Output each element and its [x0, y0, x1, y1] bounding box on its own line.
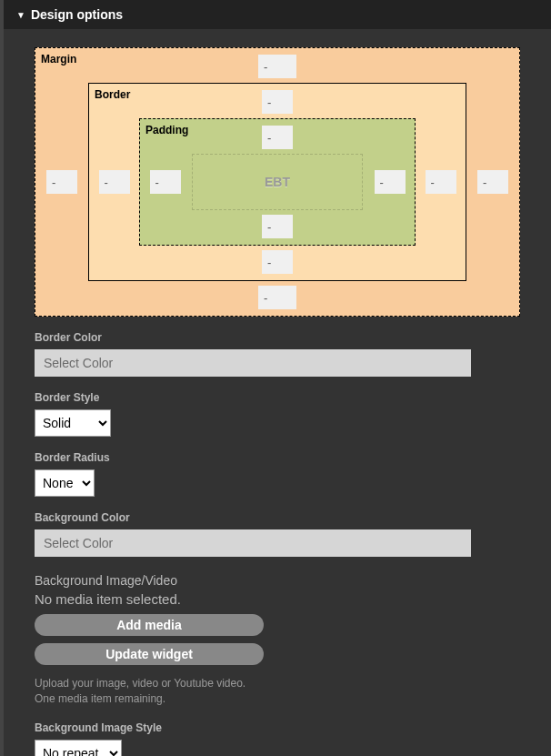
padding-bottom-input[interactable] [262, 215, 293, 238]
bg-media-help: Upload your image, video or Youtube vide… [35, 676, 520, 707]
panel-title: Design options [31, 7, 123, 22]
add-media-button[interactable]: Add media [35, 614, 264, 636]
bg-image-style-select[interactable]: No repeat [35, 740, 122, 756]
bg-color-label: Background Color [35, 511, 520, 524]
content-box: EBT [192, 154, 363, 210]
border-style-label: Border Style [35, 391, 520, 404]
bg-image-style-label: Background Image Style [35, 721, 520, 734]
padding-left-input[interactable] [150, 170, 181, 194]
panel-header[interactable]: ▼ Design options [4, 0, 551, 29]
border-top-input[interactable] [262, 90, 293, 114]
margin-label: Margin [41, 53, 76, 66]
update-widget-button[interactable]: Update widget [35, 643, 264, 665]
box-model-editor: Margin Border Padding [35, 47, 520, 317]
border-color-input[interactable] [35, 349, 471, 377]
bg-color-input[interactable] [35, 529, 471, 557]
bg-media-heading: Background Image/Video [35, 573, 520, 588]
padding-label: Padding [145, 124, 188, 136]
margin-right-input[interactable] [477, 170, 508, 194]
border-left-input[interactable] [99, 170, 130, 194]
border-radius-label: Border Radius [35, 451, 520, 464]
padding-top-input[interactable] [262, 126, 293, 149]
margin-left-input[interactable] [46, 170, 77, 194]
border-bottom-input[interactable] [262, 250, 293, 274]
margin-bottom-input[interactable] [258, 286, 296, 309]
border-label: Border [95, 88, 130, 101]
border-style-select[interactable]: Solid [35, 409, 111, 437]
border-color-label: Border Color [35, 331, 520, 344]
border-right-input[interactable] [426, 170, 456, 194]
padding-right-input[interactable] [375, 170, 406, 194]
border-radius-select[interactable]: None [35, 469, 95, 497]
triangle-down-icon: ▼ [16, 10, 25, 20]
bg-media-status: No media item selected. [35, 591, 520, 607]
margin-top-input[interactable] [258, 55, 296, 78]
